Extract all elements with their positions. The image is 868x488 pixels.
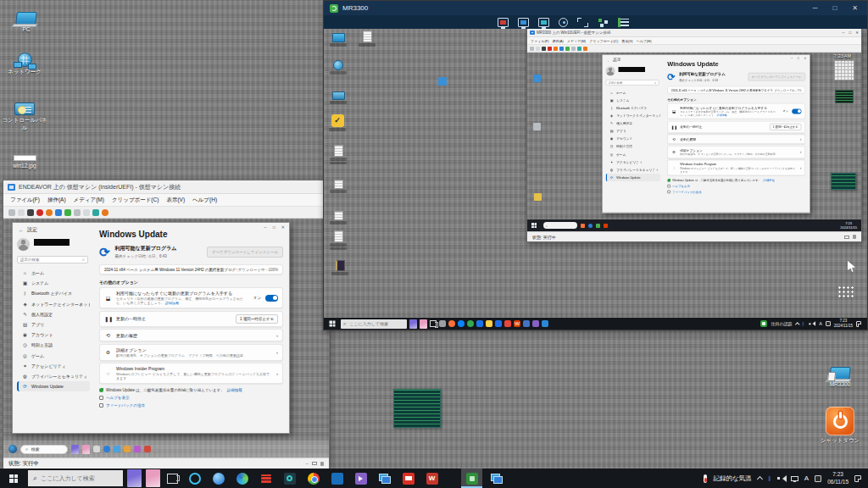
nav-home[interactable]: ⌂ホーム [606, 89, 661, 97]
vm-icon-calendar[interactable] [834, 60, 854, 80]
menu-help[interactable]: ヘルプ(H) [637, 39, 652, 43]
task-view-icon[interactable] [167, 474, 178, 484]
bluetooth-icon[interactable]: ᛒ [768, 475, 771, 481]
volume-icon[interactable] [809, 321, 814, 326]
ctrl-alt-del-icon[interactable] [530, 47, 534, 51]
taskbar-app-firefox[interactable] [448, 320, 455, 327]
pinned-avatar-2[interactable] [82, 445, 90, 454]
nav-time-language[interactable]: ◷時刻と言語 [17, 340, 90, 350]
pinned-avatar-1[interactable] [409, 319, 417, 329]
send-feedback-link[interactable]: フィードバックの送信 [667, 191, 805, 194]
remote-icon-book[interactable] [329, 258, 351, 275]
display-icon[interactable] [791, 476, 798, 481]
menu-clipboard[interactable]: クリップボード(C) [589, 39, 618, 43]
pause-duration-button[interactable]: 1 週間一時停止する [770, 123, 801, 130]
pinned-avatar-2[interactable] [146, 469, 160, 487]
taskbar-app[interactable] [532, 320, 539, 327]
pause-updates-row[interactable]: ❚❚ 更新の一時停止 1 週間一時停止する [99, 311, 283, 327]
nav-apps[interactable]: ▤アプリ [17, 319, 90, 330]
hyperv1-titlebar[interactable]: ENDEAVOR 上の 仮想マシン (insiderUEFI) - 仮想マシン接… [3, 180, 329, 194]
nav-accessibility[interactable]: ✦アクセシビリティ [17, 361, 90, 371]
taskbar-app-explorer[interactable] [93, 446, 100, 452]
menu-action[interactable]: 操作(A) [47, 197, 66, 204]
update-history-row[interactable]: ⟲ 更新の履歴 › [99, 329, 283, 341]
taskbar-app-folder[interactable] [114, 446, 120, 452]
avatar[interactable] [17, 238, 30, 251]
taskbar-app-active-vm[interactable] [461, 469, 482, 488]
minimize-icon[interactable]: ─ [813, 4, 818, 12]
desktop-icon-shutdown[interactable]: シャットダウン [819, 405, 861, 445]
nav-bluetooth[interactable]: ᛒBluetooth とデバイス [17, 288, 90, 298]
settings-sliders-icon[interactable] [618, 18, 629, 27]
taskbar-app-lines[interactable] [256, 469, 275, 488]
taskbar-app[interactable] [439, 320, 446, 327]
pause-updates-row[interactable]: ❚❚ 更新の一時停止 1 週間一時停止する [667, 120, 805, 132]
pinned-avatar-1[interactable] [71, 445, 79, 454]
send-feedback-link[interactable]: フィードバックの送信 [99, 403, 283, 408]
install-all-button[interactable]: すべてダウンロードしてインストール [207, 247, 283, 258]
advanced-options-row[interactable]: ⚙ 詳細オプション 配信の最適化、オプションの更新プログラム、アクティブ時間、そ… [99, 344, 283, 361]
nav-system[interactable]: ▣システム [606, 97, 661, 104]
taskbar-app-mail[interactable] [398, 469, 418, 488]
taskbar-overflow-dot[interactable] [154, 447, 158, 451]
menu-view[interactable]: 表示(V) [621, 39, 632, 43]
desktop-icon-network[interactable]: ネットワーク [0, 47, 49, 76]
taskbar-app-edge[interactable] [232, 469, 252, 488]
nav-system[interactable]: ▣システム [17, 278, 90, 288]
start-button[interactable] [3, 469, 24, 488]
settings-search-input[interactable] [609, 81, 654, 85]
update-item-row[interactable]: 2024-11 x64 ベース システム用 Windows 11 Version… [99, 264, 283, 274]
notifications-icon[interactable] [854, 475, 861, 482]
start-button[interactable] [531, 223, 537, 228]
remote-icon-grid[interactable] [837, 286, 854, 298]
checkpoint-icon[interactable] [74, 209, 81, 216]
shutdown-icon[interactable] [554, 47, 558, 51]
nav-bluetooth[interactable]: ᛒBluetooth とデバイス [606, 104, 661, 112]
menu-action[interactable]: 操作(A) [552, 39, 563, 43]
minimize-icon[interactable]: ─ [791, 56, 793, 60]
remote-icon-checker-app[interactable]: ✓ [326, 114, 348, 131]
remote-icon-document[interactable] [356, 29, 378, 47]
remote-icon-file[interactable] [327, 175, 349, 193]
news-widget-label[interactable]: 注目の話題 [771, 321, 792, 326]
menu-file[interactable]: ファイル(F) [10, 197, 40, 204]
weather-thermometer-icon[interactable] [704, 474, 707, 483]
taskbar-app-vm-connect[interactable] [487, 469, 506, 488]
bluetooth-icon[interactable]: ᛒ [802, 321, 804, 326]
update-history-row[interactable]: ⟲ 更新の履歴 › [667, 135, 805, 144]
install-all-button[interactable]: すべてダウンロードしてインストール [748, 72, 805, 80]
shutdown-icon[interactable] [46, 209, 53, 216]
settings-search[interactable]: ⌕ [606, 80, 659, 86]
taskbar-app-media[interactable] [134, 446, 141, 452]
nav-gaming[interactable]: ◎ゲーム [606, 151, 661, 158]
minimize-icon[interactable]: ─ [264, 225, 267, 230]
taskbar-app-remote-desktops[interactable] [375, 469, 394, 488]
pause-icon[interactable] [559, 47, 564, 51]
nav-privacy[interactable]: ◍プライバシーとセキュリティ [17, 371, 90, 381]
nav-accessibility[interactable]: ✦アクセシビリティ [606, 158, 661, 166]
advanced-options-row[interactable]: ⚙ 詳細オプション 配信の最適化、オプションの更新プログラム、アクティブ時間、そ… [667, 146, 805, 158]
taskbar-search-box[interactable]: ⌕ [341, 319, 407, 329]
close-icon[interactable]: ✕ [855, 30, 859, 35]
taskbar-clock[interactable]: 7:2306/11/15 [827, 471, 849, 485]
maximize-icon[interactable]: □ [273, 225, 275, 230]
window-controls[interactable]: ─ □ ✕ [264, 225, 285, 230]
pinned-avatar-1[interactable] [127, 469, 142, 487]
maximize-icon[interactable]: □ [832, 4, 837, 12]
share-icon[interactable] [102, 209, 108, 216]
taskbar-app-copilot[interactable] [209, 469, 228, 488]
taskbar-app-camera[interactable] [280, 469, 299, 488]
get-latest-row[interactable]: ⬓ 利用可能になったらすぐに最新の更新プログラムを入手する セキュリティ以外の最… [667, 103, 805, 119]
vm-icon-small-gray[interactable] [533, 123, 541, 130]
nav-gaming[interactable]: ◎ゲーム [17, 351, 90, 361]
remote-icon-control-panel[interactable] [327, 86, 349, 104]
taskbar-app-word[interactable]: W [422, 469, 442, 488]
remote-icon-small-blue[interactable] [438, 77, 447, 86]
remote-icon-document[interactable] [327, 143, 349, 164]
vm-clock[interactable]: 7:232024/11/15 [840, 221, 857, 230]
ime-indicator[interactable]: A [819, 321, 822, 326]
menu-media[interactable]: メディア(M) [74, 197, 104, 204]
ime-indicator[interactable]: A [804, 474, 809, 482]
nav-personalization[interactable]: ✎個人用設定 [606, 119, 661, 127]
avatar[interactable] [606, 66, 615, 75]
